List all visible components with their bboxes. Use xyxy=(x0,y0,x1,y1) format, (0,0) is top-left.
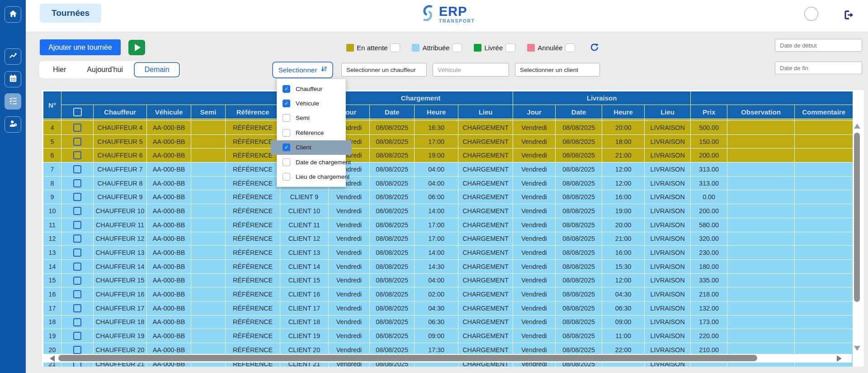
legend-checkbox[interactable] xyxy=(390,43,400,52)
row-checkbox[interactable] xyxy=(73,165,81,173)
client-filter-input[interactable] xyxy=(515,63,600,77)
date-end-input[interactable] xyxy=(775,62,862,74)
col-header-observation: Observation xyxy=(727,105,795,119)
legend-checkbox[interactable] xyxy=(452,43,462,52)
cell-l-date: 08/08/2025 xyxy=(556,190,602,204)
tab-hier[interactable]: Hier xyxy=(53,66,66,74)
tab-aujourdhui[interactable]: Aujourd'hui xyxy=(87,66,123,74)
cell-c-jour: Vendredi xyxy=(329,204,370,218)
legend-checkbox[interactable] xyxy=(505,43,515,52)
col-header-chauffeur: Chauffeur xyxy=(94,105,147,119)
cell-client: CLIENT 15 xyxy=(280,273,329,287)
vehicule-filter-input[interactable] xyxy=(433,63,509,77)
page-title: Tournées xyxy=(40,4,101,23)
cell-commentaire xyxy=(795,273,853,287)
status-color-swatch xyxy=(527,44,535,52)
cell-l-date: 08/08/2025 xyxy=(556,148,602,163)
cell-l-lieu: LIVRAISON xyxy=(645,218,691,232)
row-checkbox[interactable] xyxy=(73,318,81,326)
column-selector-menu: ✓Chauffeur✓VéhiculeSemiRéférence✓ClientD… xyxy=(277,79,346,187)
option-checkbox[interactable]: ✓ xyxy=(283,85,290,93)
column-option[interactable]: Lieu de chargement xyxy=(277,169,345,184)
cell-semi xyxy=(191,329,226,343)
sidebar-item-tours[interactable] xyxy=(5,93,21,110)
row-checkbox[interactable] xyxy=(73,193,81,201)
scroll-down-arrow[interactable] xyxy=(854,346,860,351)
table-row: 7CHAUFFEUR 7AA-000-BBRÉFÉRENCECLIENT 7Ve… xyxy=(43,163,853,177)
row-checkbox[interactable] xyxy=(73,234,81,243)
sidebar-item-stats[interactable] xyxy=(5,48,21,65)
add-tour-button[interactable]: Ajouter une tournée xyxy=(40,39,121,55)
horizontal-scroll-thumb[interactable] xyxy=(58,355,757,361)
cell-semi xyxy=(191,315,226,329)
legend-checkbox[interactable] xyxy=(565,43,575,52)
cell-observation xyxy=(727,315,795,329)
scroll-left-arrow[interactable] xyxy=(50,355,55,362)
cell-l-date: 08/08/2025 xyxy=(556,287,602,301)
column-selector-button[interactable]: Selectionner xyxy=(272,62,333,78)
table-row: 6CHAUFFEUR 6AA-000-BBRÉFÉRENCECLIENT 6Ve… xyxy=(43,148,853,163)
cell-chauffeur: CHAUFFEUR 16 xyxy=(94,287,147,301)
option-checkbox[interactable] xyxy=(283,114,290,122)
refresh-icon[interactable] xyxy=(590,43,599,53)
row-checkbox[interactable] xyxy=(73,138,81,146)
col-header-prix: Prix xyxy=(691,105,727,119)
cell-c-date: 08/08/2025 xyxy=(370,176,415,190)
row-number: 15 xyxy=(43,273,61,287)
cell-c-heure: 04:30 xyxy=(415,301,458,315)
date-start-input[interactable] xyxy=(775,39,862,52)
row-checkbox[interactable] xyxy=(73,207,81,215)
option-checkbox[interactable]: ✓ xyxy=(283,143,290,151)
column-option[interactable]: Date de chargement xyxy=(277,155,345,169)
play-button[interactable] xyxy=(128,40,145,55)
sidebar-item-home[interactable] xyxy=(5,6,21,23)
logo-subtext: TRANSPORT xyxy=(439,19,475,24)
row-checkbox[interactable] xyxy=(73,179,81,187)
scroll-up-arrow[interactable] xyxy=(854,124,860,129)
select-all-checkbox[interactable] xyxy=(73,108,82,116)
option-checkbox[interactable] xyxy=(283,129,290,137)
row-checkbox[interactable] xyxy=(73,221,81,229)
sidebar-item-calendar[interactable] xyxy=(5,71,21,87)
cell-chauffeur: CHAUFFEUR 11 xyxy=(94,218,147,232)
cell-l-date: 08/08/2025 xyxy=(556,218,602,232)
row-select-cell xyxy=(61,246,94,260)
scroll-right-arrow[interactable] xyxy=(837,355,842,362)
option-checkbox[interactable] xyxy=(283,173,290,181)
column-option[interactable]: ✓Chauffeur xyxy=(277,81,345,96)
cell-c-lieu: CHARGEMENT xyxy=(458,134,513,148)
logo-swirl-icon xyxy=(419,4,436,24)
option-label: Lieu de chargement xyxy=(296,173,349,180)
row-checkbox[interactable] xyxy=(73,124,81,132)
row-checkbox[interactable] xyxy=(73,151,81,159)
cell-commentaire xyxy=(795,218,853,232)
tab-demain[interactable]: Demain xyxy=(134,62,180,77)
cell-c-jour: Vendredi xyxy=(329,232,370,246)
cell-observation xyxy=(727,148,795,163)
option-checkbox[interactable] xyxy=(283,158,290,166)
cell-c-lieu: CHARGEMENT xyxy=(458,273,513,287)
row-checkbox[interactable] xyxy=(73,290,81,298)
vertical-scroll-thumb[interactable] xyxy=(854,133,860,302)
sidebar-item-users[interactable] xyxy=(5,116,21,133)
row-checkbox[interactable] xyxy=(73,249,81,257)
cell-vehicule: AA-000-BB xyxy=(147,329,191,343)
row-checkbox[interactable] xyxy=(73,277,81,285)
row-select-cell xyxy=(61,259,94,273)
column-option[interactable]: Semi xyxy=(277,111,345,125)
row-checkbox[interactable] xyxy=(73,332,81,340)
cell-l-lieu: LIVRAISON xyxy=(645,273,691,287)
chauffeur-filter-input[interactable] xyxy=(341,63,427,77)
column-option[interactable]: ✓Client xyxy=(271,140,352,155)
column-option[interactable]: ✓Véhicule xyxy=(277,96,345,110)
row-checkbox[interactable] xyxy=(73,346,81,354)
cell-chauffeur: CHAUFFEUR 13 xyxy=(94,246,147,260)
cell-chauffeur: CHAUFFEUR 5 xyxy=(94,134,147,148)
row-checkbox[interactable] xyxy=(73,263,81,271)
column-option[interactable]: Référence xyxy=(277,125,345,140)
option-checkbox[interactable]: ✓ xyxy=(283,100,290,107)
logout-button[interactable] xyxy=(843,9,854,23)
row-checkbox[interactable] xyxy=(73,304,81,312)
avatar[interactable] xyxy=(804,7,818,21)
cell-l-date: 08/08/2025 xyxy=(556,329,602,343)
